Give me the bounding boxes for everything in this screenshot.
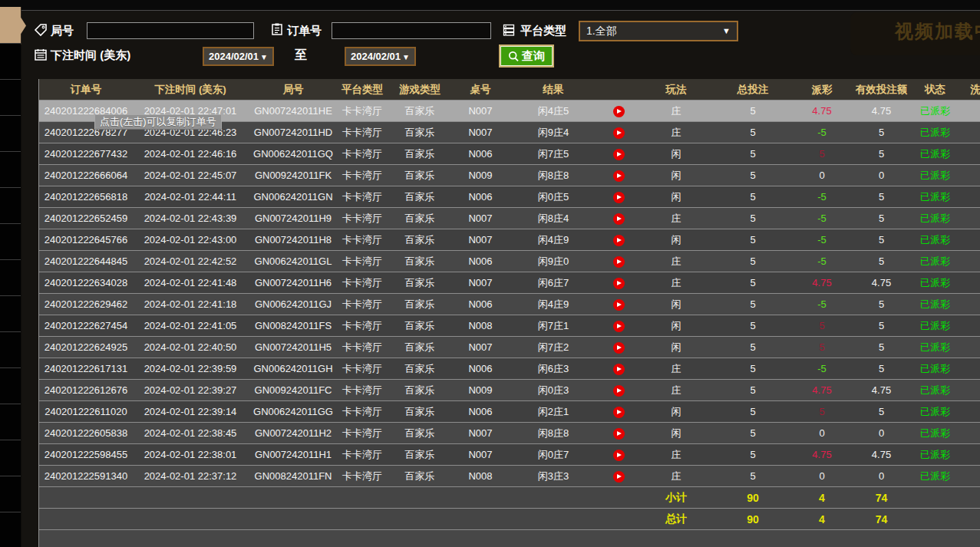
cell-video[interactable] <box>599 401 638 423</box>
video-play-icon[interactable] <box>613 149 625 160</box>
cell-video[interactable] <box>599 358 638 380</box>
cell-table-no: N009 <box>454 380 507 401</box>
video-play-icon[interactable] <box>613 450 625 461</box>
video-play-icon[interactable] <box>613 321 625 332</box>
cell-total-bet: 5 <box>714 294 791 315</box>
video-play-icon[interactable] <box>613 106 625 117</box>
cell-game-type: 百家乐 <box>386 294 454 315</box>
cell-video[interactable] <box>599 208 638 229</box>
rail-item[interactable] <box>0 440 21 476</box>
cell-result: 闲0庄3 <box>507 380 599 401</box>
cell-platform: 卡卡湾厅 <box>338 380 386 401</box>
cell-video[interactable] <box>599 165 638 186</box>
video-play-icon[interactable] <box>613 278 625 289</box>
table-row[interactable]: 2402012226524592024-02-01 22:43:39GN0072… <box>39 208 980 229</box>
table-row[interactable]: 2402012226110202024-02-01 22:39:14GN0062… <box>39 401 980 423</box>
search-button[interactable]: 查询 <box>499 44 554 68</box>
rail-item[interactable] <box>0 404 21 440</box>
date-to-picker[interactable]: 2024/02/01▼ <box>345 47 416 66</box>
cell-game-type: 百家乐 <box>386 143 454 165</box>
cell-video[interactable] <box>599 337 638 358</box>
cell-table-no: N006 <box>454 186 507 208</box>
cell-video[interactable] <box>599 466 638 487</box>
summary-empty-cell <box>454 487 507 509</box>
cell-result: 闲6庄7 <box>507 272 599 294</box>
rail-item[interactable] <box>0 367 21 404</box>
video-play-icon[interactable] <box>613 299 625 311</box>
cell-game-type: 百家乐 <box>386 122 454 143</box>
table-row[interactable]: 2402012226274542024-02-01 22:41:05GN0082… <box>39 315 980 337</box>
video-play-icon[interactable] <box>613 407 625 418</box>
platform-select[interactable]: 1.全部 ▼ <box>579 21 738 41</box>
cell-play-type: 闲 <box>638 229 714 251</box>
cell-game-type: 百家乐 <box>386 208 454 229</box>
cell-result: 闲4庄9 <box>507 229 599 251</box>
video-play-icon[interactable] <box>613 364 625 375</box>
rail-item[interactable] <box>0 115 21 151</box>
cell-bet-time: 2024-02-01 22:40:50 <box>133 337 248 358</box>
video-play-icon[interactable] <box>613 213 625 225</box>
video-play-icon[interactable] <box>613 385 625 397</box>
rail-item[interactable] <box>0 512 21 547</box>
cell-extra <box>960 165 980 186</box>
rail-item[interactable] <box>0 295 21 331</box>
video-play-icon[interactable] <box>613 428 625 440</box>
cell-video[interactable] <box>599 294 638 315</box>
video-play-icon[interactable] <box>613 170 625 182</box>
round-input[interactable] <box>87 22 254 39</box>
table-row[interactable]: 2402012226340282024-02-01 22:41:48GN0072… <box>39 272 980 294</box>
cell-video[interactable] <box>599 143 638 165</box>
table-row[interactable]: 2402012226660642024-02-01 22:45:07GN0092… <box>39 165 980 186</box>
table-row[interactable]: 2402012226126762024-02-01 22:39:27GN0092… <box>39 380 980 401</box>
order-input[interactable] <box>332 22 491 39</box>
table-row[interactable]: 2402012226171312024-02-01 22:39:59GN0062… <box>39 358 980 380</box>
video-play-icon[interactable] <box>613 127 625 139</box>
table-row[interactable]: 2402012225984552024-02-01 22:38:01GN0072… <box>39 444 980 466</box>
video-play-icon[interactable] <box>613 235 625 246</box>
rail-item[interactable] <box>0 223 21 259</box>
cell-video[interactable] <box>599 251 638 272</box>
cell-game-type: 百家乐 <box>386 165 454 186</box>
cell-video[interactable] <box>599 122 638 143</box>
cell-bet-time: 2024-02-01 22:43:39 <box>133 208 248 229</box>
table-row[interactable]: 2402012226058382024-02-01 22:38:45GN0072… <box>39 423 980 444</box>
table-row[interactable]: 2402012226568182024-02-01 22:44:11GN0062… <box>39 186 980 208</box>
rail-item[interactable] <box>0 151 21 187</box>
table-row[interactable]: 2402012226448452024-02-01 22:42:52GN0062… <box>39 251 980 272</box>
cell-platform: 卡卡湾厅 <box>338 208 386 229</box>
video-play-icon[interactable] <box>613 192 625 203</box>
video-play-icon[interactable] <box>613 342 625 354</box>
cell-order-id: 240201222617131 <box>39 358 133 380</box>
cell-video[interactable] <box>599 315 638 337</box>
cell-game-type: 百家乐 <box>386 358 454 380</box>
cell-status: 已派彩 <box>910 294 960 315</box>
cell-result: 闲4庄9 <box>507 294 599 315</box>
cell-video[interactable] <box>599 272 638 294</box>
cell-video[interactable] <box>599 229 638 251</box>
rail-item[interactable] <box>0 259 21 295</box>
table-row[interactable]: 2402012226774322024-02-01 22:46:16GN0062… <box>39 143 980 165</box>
rail-item[interactable] <box>0 187 21 223</box>
cell-video[interactable] <box>599 444 638 466</box>
cell-table-no: N006 <box>454 143 507 165</box>
cell-video[interactable] <box>599 423 638 444</box>
video-play-icon[interactable] <box>613 471 625 483</box>
table-header-row: 订单号下注时间 (美东)局号平台类型游戏类型桌号结果玩法总投注派彩有效投注额状态… <box>39 79 980 101</box>
cell-extra <box>960 208 980 229</box>
rail-item[interactable] <box>0 331 21 367</box>
table-row[interactable]: 2402012225913402024-02-01 22:37:12GN0082… <box>39 466 980 487</box>
rail-item[interactable] <box>0 79 21 115</box>
cell-bet-time: 2024-02-01 22:45:07 <box>133 165 248 186</box>
rail-item[interactable] <box>0 43 21 79</box>
cell-extra <box>960 358 980 380</box>
date-from-picker[interactable]: 2024/02/01▼ <box>203 47 274 66</box>
cell-video[interactable] <box>599 101 638 122</box>
table-row[interactable]: 2402012226249252024-02-01 22:40:50GN0072… <box>39 337 980 358</box>
cell-video[interactable] <box>599 186 638 208</box>
rail-item[interactable] <box>0 476 21 512</box>
cell-video[interactable] <box>599 380 638 401</box>
video-play-icon[interactable] <box>613 256 625 268</box>
table-row[interactable]: 2402012226294622024-02-01 22:41:18GN0062… <box>39 294 980 315</box>
table-row[interactable]: 2402012226457662024-02-01 22:43:00GN0072… <box>39 229 980 251</box>
cell-bet-time: 2024-02-01 22:39:14 <box>133 401 248 423</box>
